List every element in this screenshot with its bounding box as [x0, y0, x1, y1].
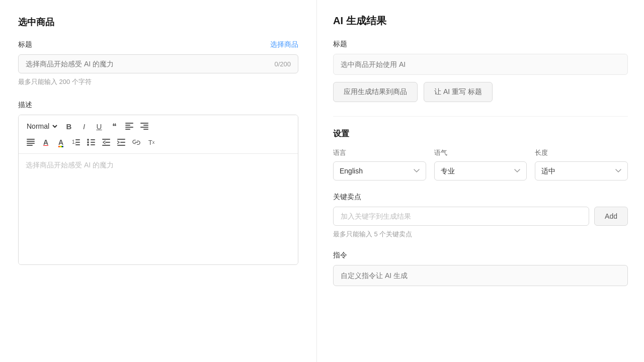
svg-point-18	[87, 144, 89, 146]
svg-rect-14	[75, 142, 80, 143]
tone-select[interactable]: 专业 友好 正式	[434, 161, 527, 180]
svg-rect-26	[120, 142, 125, 143]
char-count: 0/200	[274, 60, 291, 68]
align-justify-button[interactable]	[24, 135, 38, 149]
svg-rect-8	[27, 139, 35, 140]
link-button[interactable]	[129, 135, 143, 149]
svg-rect-4	[140, 123, 148, 124]
align-right-button[interactable]	[137, 119, 151, 133]
svg-text:1.: 1.	[72, 139, 76, 145]
keywords-label: 关键卖点	[333, 193, 628, 202]
svg-rect-23	[105, 142, 110, 143]
indent-increase-button[interactable]	[114, 135, 128, 149]
svg-rect-2	[125, 127, 133, 128]
rewrite-button[interactable]: 让 AI 重写 标题	[424, 82, 493, 102]
svg-rect-27	[117, 145, 125, 146]
ai-section-title: AI 生成结果	[333, 14, 628, 28]
desc-label: 描述	[18, 101, 298, 110]
right-panel: AI 生成结果 标题 应用生成结果到商品 让 AI 重写 标题 设置 语言 En…	[317, 0, 644, 362]
svg-rect-25	[117, 139, 125, 140]
svg-rect-15	[75, 144, 80, 145]
toolbar-row-2: A A 1.	[24, 135, 293, 149]
language-select[interactable]: English Chinese Japanese	[333, 161, 426, 180]
keywords-hint: 最多只能输入 5 个关键卖点	[333, 230, 628, 239]
left-section-title: 选中商品	[18, 16, 298, 28]
language-setting: 语言 English Chinese Japanese	[333, 148, 426, 180]
svg-rect-19	[91, 139, 95, 140]
svg-point-17	[87, 141, 89, 143]
svg-rect-10	[27, 143, 35, 144]
toolbar: Normal B I U ❝ A	[19, 115, 298, 154]
italic-button[interactable]: I	[77, 119, 91, 133]
svg-rect-22	[102, 139, 110, 140]
add-keyword-button[interactable]: Add	[594, 207, 628, 226]
format-select[interactable]: Normal	[24, 120, 59, 133]
svg-rect-21	[91, 144, 95, 145]
title-hint: 最多只能输入 200 个字符	[18, 77, 298, 86]
underline-button[interactable]: U	[92, 119, 106, 133]
tone-label: 语气	[434, 148, 527, 157]
settings-row: 语言 English Chinese Japanese 语气 专业 友好 正式 …	[333, 148, 628, 180]
svg-rect-3	[125, 129, 130, 130]
svg-rect-6	[140, 127, 148, 128]
keywords-input-row: Add	[333, 207, 628, 226]
svg-point-16	[87, 139, 89, 141]
svg-rect-20	[91, 142, 95, 143]
bold-button[interactable]: B	[62, 119, 76, 133]
blockquote-button[interactable]: ❝	[107, 119, 121, 133]
length-label: 长度	[535, 148, 628, 157]
title-field-header: 标题 选择商品	[18, 40, 298, 49]
title-label: 标题	[18, 40, 32, 49]
settings-title: 设置	[333, 129, 628, 139]
text-color-button[interactable]: A	[39, 135, 53, 149]
editor-placeholder: 选择商品开始感受 AI 的魔力	[26, 161, 114, 169]
length-setting: 长度 短 适中 长	[535, 148, 628, 180]
editor-container: Normal B I U ❝ A	[18, 115, 298, 265]
unordered-list-button[interactable]	[84, 135, 98, 149]
ordered-list-button[interactable]: 1.	[69, 135, 83, 149]
svg-rect-9	[27, 141, 35, 142]
editor-body[interactable]: 选择商品开始感受 AI 的魔力	[19, 154, 298, 264]
instruction-label: 指令	[333, 251, 628, 260]
divider	[333, 116, 628, 117]
ai-btn-row: 应用生成结果到商品 让 AI 重写 标题	[333, 82, 628, 102]
align-left-button[interactable]	[122, 119, 136, 133]
keywords-input[interactable]	[333, 207, 589, 226]
instruction-input[interactable]	[333, 265, 628, 286]
text-highlight-button[interactable]: A	[54, 135, 68, 149]
svg-rect-0	[125, 123, 133, 124]
title-input-wrapper: 0/200	[18, 54, 298, 73]
clear-format-button[interactable]: Tx	[144, 135, 158, 149]
length-select[interactable]: 短 适中 长	[535, 161, 628, 180]
ai-title-label: 标题	[333, 40, 628, 49]
svg-rect-24	[102, 145, 110, 146]
svg-rect-7	[143, 129, 148, 130]
apply-result-button[interactable]: 应用生成结果到商品	[333, 82, 418, 102]
ai-title-input[interactable]	[333, 54, 628, 75]
toolbar-row-1: Normal B I U ❝	[24, 119, 293, 133]
title-input[interactable]	[26, 60, 291, 68]
svg-rect-11	[27, 145, 33, 146]
svg-rect-1	[125, 125, 130, 126]
svg-rect-5	[143, 125, 148, 126]
svg-rect-13	[75, 139, 80, 140]
language-label: 语言	[333, 148, 426, 157]
left-panel: 选中商品 标题 选择商品 0/200 最多只能输入 200 个字符 描述 Nor…	[0, 0, 317, 362]
select-product-link[interactable]: 选择商品	[270, 40, 298, 49]
format-select-wrapper[interactable]: Normal	[24, 120, 59, 133]
indent-decrease-button[interactable]	[99, 135, 113, 149]
tone-setting: 语气 专业 友好 正式	[434, 148, 527, 180]
